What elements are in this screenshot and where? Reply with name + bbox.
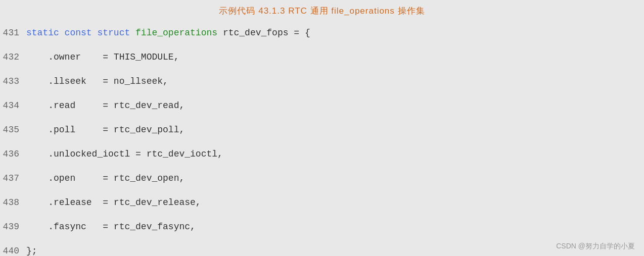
line-number: 439: [0, 216, 26, 238]
line-content: .poll = rtc_dev_poll,: [26, 119, 185, 141]
line-number: 436: [0, 143, 26, 165]
line-content: .read = rtc_dev_read,: [26, 94, 185, 117]
line-content: .open = rtc_dev_open,: [26, 167, 185, 189]
line-content: .fasync = rtc_dev_fasync,: [26, 216, 196, 238]
code-line: 439 .fasync = rtc_dev_fasync,: [0, 215, 644, 239]
line-number: 431: [0, 22, 26, 44]
main-container: 示例代码 43.1.3 RTC 通用 file_operations 操作集 4…: [0, 0, 644, 256]
code-line: 440};: [0, 239, 644, 256]
line-content: };: [26, 240, 37, 256]
line-number: 433: [0, 70, 26, 92]
line-number: 440: [0, 240, 26, 256]
code-line: 431static const struct file_operations r…: [0, 21, 644, 45]
line-content: .llseek = no_llseek,: [26, 70, 168, 92]
title-bar: 示例代码 43.1.3 RTC 通用 file_operations 操作集: [0, 0, 644, 21]
line-content: static const struct file_operations rtc_…: [26, 22, 310, 44]
title-text: 示例代码 43.1.3 RTC 通用 file_operations 操作集: [219, 6, 425, 16]
line-number: 434: [0, 94, 26, 117]
line-number: 435: [0, 119, 26, 141]
code-line: 432 .owner = THIS_MODULE,: [0, 45, 644, 69]
line-content: .owner = THIS_MODULE,: [26, 46, 179, 68]
watermark: CSDN @努力自学的小夏: [556, 242, 635, 251]
line-content: .release = rtc_dev_release,: [26, 191, 201, 214]
code-line: 435 .poll = rtc_dev_poll,: [0, 118, 644, 142]
code-line: 433 .llseek = no_llseek,: [0, 69, 644, 93]
code-block: 431static const struct file_operations r…: [0, 21, 644, 256]
code-line: 438 .release = rtc_dev_release,: [0, 190, 644, 215]
line-number: 432: [0, 46, 26, 68]
code-line: 434 .read = rtc_dev_read,: [0, 93, 644, 118]
line-number: 438: [0, 191, 26, 214]
line-content: .unlocked_ioctl = rtc_dev_ioctl,: [26, 143, 223, 165]
code-line: 437 .open = rtc_dev_open,: [0, 166, 644, 190]
line-number: 437: [0, 167, 26, 189]
code-line: 436 .unlocked_ioctl = rtc_dev_ioctl,: [0, 142, 644, 166]
